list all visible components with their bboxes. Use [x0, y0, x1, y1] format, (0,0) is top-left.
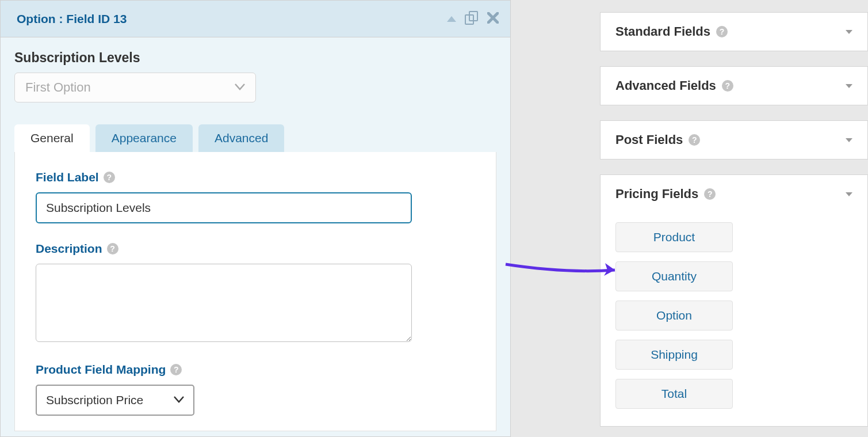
help-icon[interactable]: ?: [107, 243, 118, 254]
field-preview-select[interactable]: First Option: [14, 73, 256, 102]
quantity-field-button[interactable]: Quantity: [615, 261, 733, 291]
description-textarea[interactable]: [36, 264, 412, 342]
help-icon[interactable]: ?: [722, 80, 733, 92]
help-icon[interactable]: ?: [716, 26, 728, 37]
caret-down-icon: [846, 135, 852, 145]
advanced-fields-section[interactable]: Advanced Fields ?: [600, 66, 868, 105]
help-icon[interactable]: ?: [704, 188, 716, 200]
chevron-down-icon: [174, 395, 184, 405]
post-fields-section[interactable]: Post Fields ?: [600, 120, 868, 159]
product-field-button[interactable]: Product: [615, 222, 733, 252]
chevron-down-icon: [235, 82, 245, 93]
pricing-fields-header[interactable]: Pricing Fields ?: [615, 187, 852, 202]
duplicate-icon[interactable]: [464, 10, 479, 28]
field-body: Subscription Levels First Option General…: [0, 37, 511, 437]
tab-appearance[interactable]: Appearance: [95, 124, 193, 152]
standard-fields-title: Standard Fields ?: [615, 24, 728, 39]
standard-fields-section[interactable]: Standard Fields ?: [600, 12, 868, 51]
tab-general[interactable]: General: [14, 124, 90, 152]
field-header-title: Option : Field ID 13: [17, 12, 127, 26]
post-fields-title: Post Fields ?: [615, 132, 700, 147]
field-preview-select-value: First Option: [25, 80, 91, 95]
caret-down-icon: [846, 189, 852, 199]
field-label-label: Field Label ?: [36, 170, 475, 184]
tabs: General Appearance Advanced: [14, 124, 496, 152]
header-icons: [447, 10, 499, 28]
product-mapping-select[interactable]: Subscription Price: [36, 385, 194, 416]
total-field-button[interactable]: Total: [615, 379, 733, 409]
help-icon[interactable]: ?: [689, 134, 700, 146]
product-mapping-value: Subscription Price: [46, 393, 143, 407]
tab-content-general: Field Label ? Description ? Product Fiel…: [14, 152, 496, 431]
pricing-fields-section: Pricing Fields ? Product Quantity Option…: [600, 174, 868, 427]
field-editor-panel: Option : Field ID 13 Subscription Levels…: [0, 0, 511, 437]
tab-advanced[interactable]: Advanced: [198, 124, 284, 152]
caret-down-icon: [846, 26, 852, 37]
pricing-fields-title: Pricing Fields ?: [615, 187, 716, 202]
pricing-buttons: Product Quantity Option Shipping Total: [615, 222, 852, 409]
help-icon[interactable]: ?: [170, 364, 182, 375]
sidebar-panel: Standard Fields ? Advanced Fields ? Post…: [600, 12, 868, 437]
shipping-field-button[interactable]: Shipping: [615, 340, 733, 370]
field-label-input[interactable]: [36, 192, 412, 223]
collapse-icon[interactable]: [447, 14, 456, 24]
close-icon[interactable]: [487, 10, 499, 28]
field-preview-title: Subscription Levels: [14, 50, 496, 66]
advanced-fields-title: Advanced Fields ?: [615, 78, 733, 93]
caret-down-icon: [846, 81, 852, 91]
field-header: Option : Field ID 13: [0, 0, 511, 37]
option-field-button[interactable]: Option: [615, 301, 733, 330]
help-icon[interactable]: ?: [104, 172, 115, 183]
product-mapping-label: Product Field Mapping ?: [36, 363, 475, 377]
description-label: Description ?: [36, 242, 475, 256]
